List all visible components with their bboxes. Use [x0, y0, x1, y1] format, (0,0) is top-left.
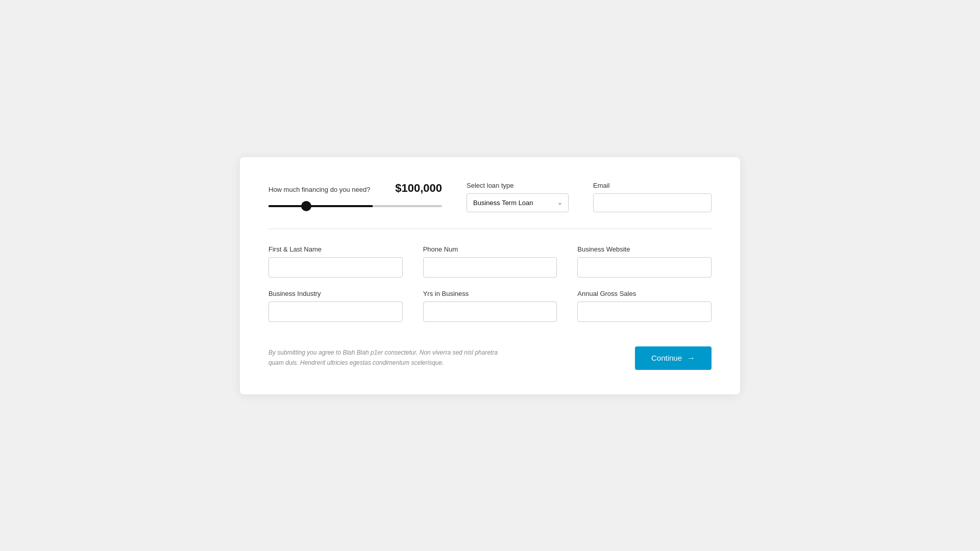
form-field-annual-gross-sales: Annual Gross Sales — [577, 290, 712, 322]
financing-slider[interactable] — [268, 205, 442, 207]
continue-button[interactable]: Continue → — [635, 346, 712, 370]
loan-type-block: Select loan type Business Term Loan SBA … — [467, 182, 569, 212]
loan-type-select[interactable]: Business Term Loan SBA Loan Line of Cred… — [467, 193, 569, 212]
form-grid: First & Last Name Phone Num Business Web… — [268, 245, 712, 322]
email-label: Email — [593, 182, 712, 189]
top-section: How much financing do you need? $100,000… — [268, 182, 712, 212]
financing-top: How much financing do you need? $100,000 — [268, 182, 442, 200]
business-website-label: Business Website — [577, 245, 712, 253]
business-website-input[interactable] — [577, 257, 712, 278]
form-field-phone-num: Phone Num — [423, 245, 557, 278]
loan-type-label: Select loan type — [467, 182, 569, 189]
yrs-in-business-label: Yrs in Business — [423, 290, 557, 297]
bottom-section: By submitting you agree to Blah Blah p1e… — [268, 346, 712, 370]
yrs-in-business-input[interactable] — [423, 302, 557, 322]
email-input[interactable] — [593, 193, 712, 212]
form-field-business-industry: Business Industry — [268, 290, 403, 322]
disclaimer-text: By submitting you agree to Blah Blah p1e… — [268, 348, 503, 367]
phone-num-label: Phone Num — [423, 245, 557, 253]
phone-num-input[interactable] — [423, 257, 557, 278]
business-industry-label: Business Industry — [268, 290, 403, 297]
annual-gross-sales-label: Annual Gross Sales — [577, 290, 712, 297]
first-last-name-label: First & Last Name — [268, 245, 403, 253]
financing-label: How much financing do you need? — [268, 186, 370, 193]
first-last-name-input[interactable] — [268, 257, 403, 278]
form-field-business-website: Business Website — [577, 245, 712, 278]
annual-gross-sales-input[interactable] — [577, 302, 712, 322]
slider-container[interactable] — [268, 200, 442, 209]
financing-amount: $100,000 — [395, 182, 442, 195]
loan-type-select-wrapper[interactable]: Business Term Loan SBA Loan Line of Cred… — [467, 193, 569, 212]
form-field-yrs-in-business: Yrs in Business — [423, 290, 557, 322]
continue-label: Continue — [651, 354, 682, 362]
arrow-right-icon: → — [687, 354, 695, 363]
business-industry-input[interactable] — [268, 302, 403, 322]
main-card: How much financing do you need? $100,000… — [240, 157, 740, 394]
email-block: Email — [593, 182, 712, 212]
financing-block: How much financing do you need? $100,000 — [268, 182, 442, 209]
section-divider — [268, 229, 712, 229]
form-field-first-last-name: First & Last Name — [268, 245, 403, 278]
